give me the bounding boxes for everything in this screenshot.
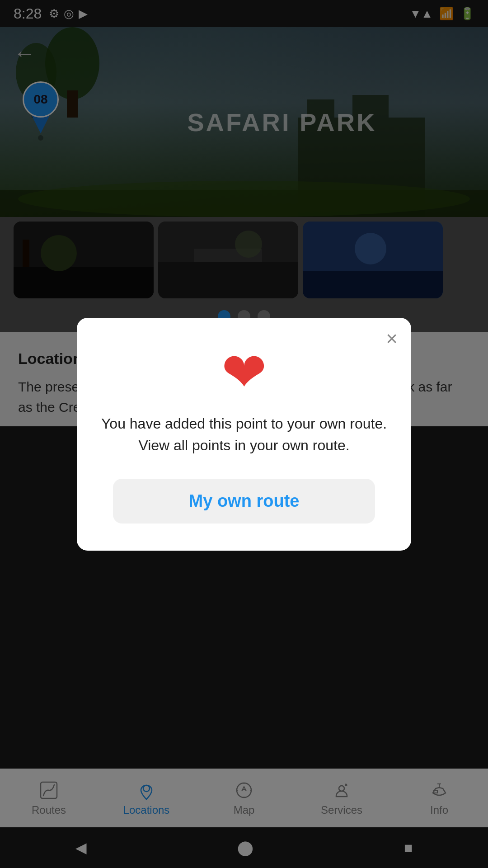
my-own-route-button[interactable]: My own route	[113, 479, 375, 524]
heart-icon: ❤	[221, 345, 267, 399]
modal-close-button[interactable]: ×	[386, 329, 398, 349]
modal-message: You have added this point to your own ro…	[99, 413, 389, 456]
modal-dialog: × ❤ You have added this point to your ow…	[77, 318, 411, 551]
modal-overlay: × ❤ You have added this point to your ow…	[0, 0, 488, 868]
